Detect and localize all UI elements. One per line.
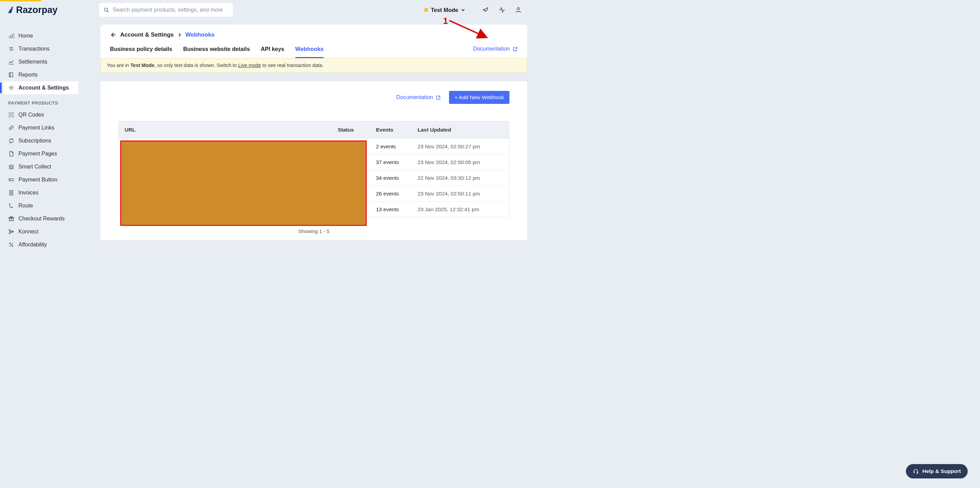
brand-name: Razorpay xyxy=(16,5,58,15)
svg-point-6 xyxy=(11,87,12,89)
chevron-down-icon xyxy=(461,8,465,12)
sidebar-item-payment-pages[interactable]: Payment Pages xyxy=(3,147,78,160)
arrows-icon xyxy=(8,46,14,52)
send-icon xyxy=(8,229,14,235)
col-status: Status xyxy=(338,127,371,133)
activity-icon[interactable] xyxy=(498,6,505,13)
doc-link-label2: Documentation xyxy=(396,94,433,100)
sidebar-item-label: Konnect xyxy=(18,229,38,235)
cell-events: 37 events xyxy=(376,159,413,166)
svg-rect-8 xyxy=(12,112,14,114)
sidebar-item-transactions[interactable]: Transactions xyxy=(3,42,78,55)
col-events: Events xyxy=(376,127,413,133)
search-icon xyxy=(104,7,109,13)
cell-events: 26 events xyxy=(376,191,413,197)
sidebar-item-settlements[interactable]: Settlements xyxy=(3,55,78,69)
table-row[interactable]: Disabled2 events23 Nov 2024, 02:50:27 pm xyxy=(118,139,509,154)
sidebar-item-home[interactable]: Home xyxy=(3,29,78,42)
sidebar-item-label: Account & Settings xyxy=(18,85,69,91)
refresh-icon xyxy=(8,138,14,144)
back-arrow-icon[interactable] xyxy=(110,32,116,38)
sidebar-item-reports[interactable]: Reports xyxy=(3,69,78,81)
live-mode-link[interactable]: Live mode xyxy=(238,62,261,68)
announcement-icon[interactable] xyxy=(482,6,489,13)
annotation-number: 1 xyxy=(443,16,448,26)
svg-point-13 xyxy=(10,179,11,180)
cell-updated: 23 Nov 2024, 02:50:05 pm xyxy=(418,159,503,166)
doc-link-label: Documentation xyxy=(473,46,510,52)
search-input[interactable] xyxy=(113,7,228,13)
gift-icon xyxy=(8,215,14,222)
cell-events: 2 events xyxy=(376,144,413,150)
cell-updated: 23 Nov 2024, 02:50:11 pm xyxy=(418,191,503,197)
tab-webhooks[interactable]: Webhooks xyxy=(295,46,324,58)
book-icon xyxy=(8,72,14,78)
add-webhook-button[interactable]: + Add New Webhook xyxy=(449,91,509,104)
mode-switch[interactable]: Test Mode xyxy=(424,7,465,13)
brand-logo[interactable]: Razorpay xyxy=(8,5,69,15)
svg-point-2 xyxy=(517,8,520,10)
table-header-row: URL Status Events Last Updated xyxy=(118,121,509,139)
sidebar-item-label: Payment Button xyxy=(18,177,57,183)
qr-icon xyxy=(8,112,14,118)
global-search[interactable] xyxy=(99,3,233,17)
tab-api-keys[interactable]: API keys xyxy=(261,46,285,58)
breadcrumb-parent[interactable]: Account & Settings xyxy=(120,32,174,38)
cell-events: 34 events xyxy=(376,175,413,181)
home-icon xyxy=(8,33,14,39)
sidebar-item-payment-links[interactable]: Payment Links xyxy=(3,121,78,134)
route-icon xyxy=(8,203,14,209)
cell-updated: 22 Nov 2024, 03:30:12 pm xyxy=(418,175,503,181)
sidebar: HomeTransactionsSettlementsReportsAccoun… xyxy=(0,20,82,266)
bank-icon xyxy=(8,164,14,170)
chevron-right-icon xyxy=(178,33,181,37)
alert-text2: , so only test data is shown. Switch to xyxy=(154,62,238,68)
sidebar-item-label: Smart Collect xyxy=(18,164,51,170)
test-mode-alert: You are in Test Mode, so only test data … xyxy=(100,58,527,72)
sidebar-item-affordability[interactable]: Affordability xyxy=(3,238,78,251)
sidebar-item-smart-collect[interactable]: Smart Collect xyxy=(3,160,78,173)
sidebar-item-payment-button[interactable]: Payment Button xyxy=(3,173,78,186)
sidebar-item-konnect[interactable]: Konnect xyxy=(3,225,78,238)
sidebar-item-invoices[interactable]: Invoices xyxy=(3,186,78,199)
svg-rect-12 xyxy=(9,179,14,181)
alert-text: You are in xyxy=(107,62,130,68)
main-panel: Account & Settings Webhooks Business pol… xyxy=(100,25,527,264)
percent-icon xyxy=(8,242,14,248)
sidebar-item-label: Checkout Rewards xyxy=(18,215,65,222)
sidebar-item-qr-codes[interactable]: QR Codes xyxy=(3,108,78,121)
sidebar-item-label: Home xyxy=(18,33,33,39)
external-link-icon xyxy=(512,46,518,52)
sidebar-item-checkout-rewards[interactable]: Checkout Rewards xyxy=(3,212,78,225)
profile-icon[interactable] xyxy=(515,6,522,13)
webhooks-table: URL Status Events Last Updated Disabled2… xyxy=(118,121,509,217)
sidebar-item-label: Subscriptions xyxy=(18,138,51,144)
sidebar-item-label: Transactions xyxy=(18,46,49,52)
svg-rect-7 xyxy=(9,112,11,114)
gear-icon xyxy=(8,85,14,91)
sidebar-item-account-settings[interactable]: Account & Settings xyxy=(3,81,78,94)
alert-bold: Test Mode xyxy=(130,62,155,68)
sidebar-item-label: Invoices xyxy=(18,190,38,196)
sidebar-item-label: Settlements xyxy=(18,59,47,65)
mode-label: Test Mode xyxy=(431,7,458,13)
col-updated: Last Updated xyxy=(418,127,503,133)
cell-updated: 23 Jan 2025, 12:32:41 pm xyxy=(418,206,503,212)
svg-rect-5 xyxy=(13,34,14,38)
page-header: Account & Settings Webhooks Business pol… xyxy=(100,25,527,58)
topbar: Razorpay Test Mode xyxy=(0,0,532,20)
sidebar-item-route[interactable]: Route xyxy=(3,199,78,212)
sidebar-item-label: Payment Pages xyxy=(18,151,57,157)
page-icon xyxy=(8,151,14,157)
redacted-overlay xyxy=(120,140,367,226)
cell-updated: 23 Nov 2024, 02:50:27 pm xyxy=(418,144,503,150)
svg-line-1 xyxy=(107,11,108,12)
tab-business-policy-details[interactable]: Business policy details xyxy=(110,46,172,58)
documentation-link-header[interactable]: Documentation xyxy=(473,46,518,52)
svg-rect-4 xyxy=(11,35,12,38)
doc-icon xyxy=(8,190,14,196)
tab-business-website-details[interactable]: Business website details xyxy=(183,46,250,58)
sidebar-item-subscriptions[interactable]: Subscriptions xyxy=(3,134,78,147)
documentation-link-inline[interactable]: Documentation xyxy=(396,94,441,100)
sidebar-item-label: Reports xyxy=(18,72,38,78)
